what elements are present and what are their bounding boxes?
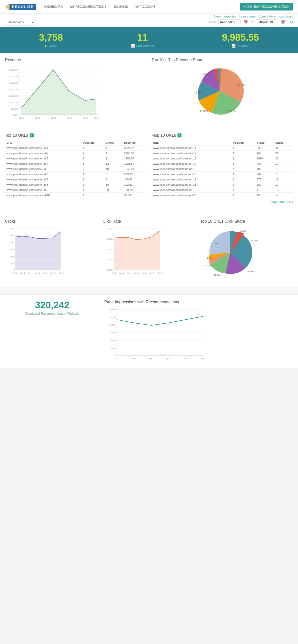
table-row: www.your-domain.com/some-url-101592.39 [5,193,146,198]
stats-bar: 3,758 ► Clicks 11 📊 Conversions 9,985.55… [0,27,298,53]
top10-info-badge[interactable]: i [30,134,34,138]
conversions-value: 11 [131,32,154,43]
nav-dashboard[interactable]: DASHBOARD [44,5,63,8]
logo-rect: RECOLIZE [10,4,36,10]
svg-text:300: 300 [10,249,14,251]
flop10-col-clicks: Clicks [274,140,293,146]
clicks-value: 3,758 [39,32,63,43]
widgets-row: 320,242 Displayed Recommendation Widgets… [0,295,298,368]
svg-marker-64 [114,230,160,270]
revenue-chart-title: Revenue [5,58,146,62]
pie-chart-title: Top 10 URLs Revenue Share [152,58,293,62]
to-calendar-icon[interactable]: 📅 [281,20,285,24]
widget-stat: 320,242 Displayed Recommendation Widgets [5,300,99,362]
table-row: www.your-domain.com/some-url-16120718 [152,172,293,177]
logo-triangle-icon [5,3,10,10]
svg-text:Apr 3: Apr 3 [132,358,137,360]
charts-row-1: Revenue 3,500.00 3,000.00 2,500.00 [5,58,293,120]
svg-text:1.50%: 1.50% [107,238,113,240]
svg-text:0.00: 0.00 [13,114,18,116]
table-row: www.your-domain.com/some-url-20115517 [152,193,293,198]
svg-text:5,000: 5,000 [110,347,116,349]
clicks-chart-section: Clicks 600 500 400 300 200 100 0 [5,219,98,282]
revenue-chart-section: Revenue 3,500.00 3,000.00 2,500.00 [5,58,146,120]
from-calendar-icon[interactable]: 📅 [244,20,248,24]
flop10-col-url: URL [152,140,231,146]
show-more-link[interactable]: Show more URLs [270,200,293,204]
revenue-label: 📈 Revenue [222,44,259,48]
flop10-title: Flop 10 URLs [152,133,176,138]
svg-text:0: 0 [114,354,116,357]
svg-text:Apr 5: Apr 5 [66,117,72,119]
svg-text:25,000: 25,000 [110,316,116,318]
main-content: Revenue 3,500.00 3,000.00 2,500.00 [0,53,298,214]
shortcut-current-week[interactable]: Current Week [239,15,256,18]
svg-text:Apr 7: Apr 7 [50,272,55,274]
svg-text:Apr 2: Apr 2 [114,358,120,360]
svg-text:Apr 2: Apr 2 [112,272,116,274]
refresh-icon[interactable]: ↻ [290,20,293,25]
svg-text:500: 500 [10,235,14,237]
svg-marker-16 [21,70,96,115]
svg-text:2,000.00: 2,000.00 [9,88,18,91]
svg-text:Apr 8: Apr 8 [59,272,64,274]
flop10-info-badge[interactable]: i [178,134,182,138]
click-rate-chart-title: Click Rate [103,219,196,224]
svg-text:Apr 8: Apr 8 [158,272,163,274]
svg-text:20,000: 20,000 [110,324,116,326]
revenue-icon: 📈 [232,44,236,48]
svg-text:30.29%: 30.29% [237,84,246,86]
bottom-charts-row: Clicks 600 500 400 300 200 100 0 [0,214,298,287]
svg-text:3,500.00: 3,500.00 [9,69,18,71]
svg-text:Apr 2: Apr 2 [12,272,18,274]
shortcut-last-month[interactable]: Last Month [280,15,293,18]
svg-text:18.18%: 18.18% [250,239,258,242]
to-date-input[interactable] [256,20,278,25]
svg-text:Apr 3: Apr 3 [20,272,25,274]
table-row: www.your-domain.com/some-url-52101049.53 [5,166,146,172]
svg-text:2.00%: 2.00% [107,228,113,230]
nav-domains[interactable]: DOMAINS [114,5,128,8]
main-nav: DASHBOARD MY RECOMMENDATIONS DOMAINS MY … [44,3,293,10]
table-row: www.your-domain.com/some-url-3111763.87 [5,156,146,161]
filter-bar: Today Yesterday Current Week Current Mon… [0,14,298,27]
click-share-title: Top 10 URLs Click Share [200,219,293,224]
svg-text:Apr 6: Apr 6 [82,117,88,119]
svg-text:200: 200 [10,256,14,258]
nav-account[interactable]: MY ACCOUNT [136,5,156,8]
svg-text:Apr 5: Apr 5 [166,358,171,360]
table-row: www.your-domain.com/some-url-14145719 [152,161,293,166]
from-date-input[interactable] [218,20,240,25]
table-row: www.your-domain.com/some-url-1113024.37 [5,146,146,151]
top10-title-row: Top 10 URLs i [5,133,146,138]
shortcut-yesterday[interactable]: Yesterday [224,15,236,18]
header: RECOLIZE DASHBOARD MY RECOMMENDATIONS DO… [0,0,298,14]
from-label: From [209,20,216,24]
svg-text:15.15%: 15.15% [246,270,254,273]
svg-text:Apr 5: Apr 5 [134,272,139,274]
svg-text:100: 100 [10,263,14,265]
shortcut-current-month[interactable]: Current Month [259,15,276,18]
svg-text:Apr 2: Apr 2 [18,117,24,119]
domain-select[interactable]: All domains [5,19,35,26]
table-row: www.your-domain.com/some-url-41121091.60 [5,161,146,166]
click-share-pie-chart: 18.18% 15.15% 15.15% 4.55% 4.55% 30.30% … [200,226,265,281]
svg-text:30,000: 30,000 [110,308,116,311]
svg-text:15,000: 15,000 [110,332,116,334]
svg-text:30.30%: 30.30% [211,242,218,245]
clicks-label: ► Clicks [39,44,63,48]
revenue-pie-container: 30.29% 22.71% 17.66% 10.93% 10.51% [152,65,293,120]
shortcut-today[interactable]: Today [214,15,221,18]
table-row: www.your-domain.com/some-url-131101020 [152,156,293,161]
add-recommendation-button[interactable]: + ADD NEW RECOMMENDATION [240,3,293,10]
svg-text:Apr 3: Apr 3 [34,117,40,119]
nav-recommendations[interactable]: MY RECOMMENDATIONS [70,5,106,8]
svg-text:Apr 6: Apr 6 [184,358,188,360]
date-shortcuts: Today Yesterday Current Week Current Mon… [5,15,293,18]
top10-col-clicks: Clicks [104,140,122,146]
click-share-section: Top 10 URLs Click Share 18.18% 15.15% 15… [200,219,293,282]
svg-text:Apr 3: Apr 3 [119,272,124,274]
svg-text:Apr 7: Apr 7 [149,272,154,274]
svg-text:22.71%: 22.71% [227,110,236,113]
svg-text:17.66%: 17.66% [200,110,208,113]
